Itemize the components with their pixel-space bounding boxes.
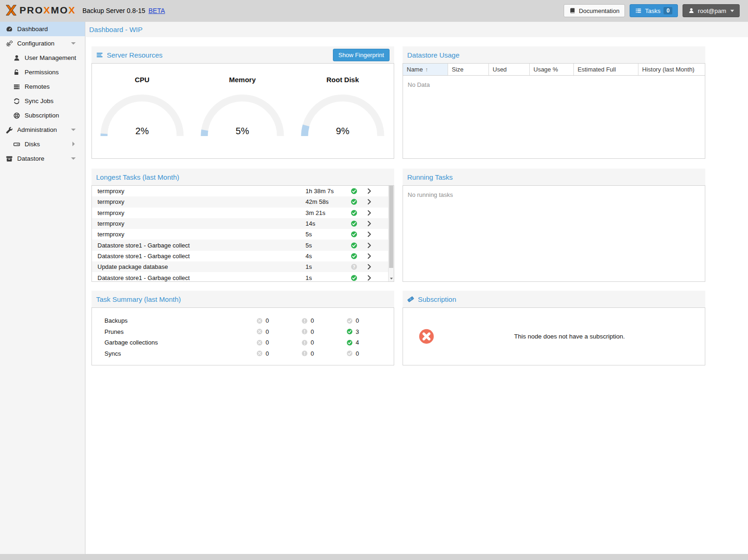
task-row[interactable]: Datastore store1 - Garbage collect4s <box>92 251 388 261</box>
user-menu-button[interactable]: root@pam <box>683 4 740 17</box>
scrollbar[interactable] <box>388 186 394 281</box>
sidebar-item-user-management[interactable]: User Management <box>0 51 85 65</box>
task-row[interactable]: Datastore store1 - Garbage collect5s <box>92 240 388 250</box>
chevron-right-icon[interactable] <box>366 242 373 249</box>
root-disk-gauge: Root Disk 9% <box>293 76 393 137</box>
no-subscription-icon <box>419 329 434 344</box>
ok-count-icon <box>346 318 353 324</box>
ok-count-icon <box>346 328 353 335</box>
user-icon <box>688 7 695 14</box>
summary-row-prunes: Prunes 0 0 3 <box>92 326 394 338</box>
column-header-usage-pct[interactable]: Usage % <box>530 64 574 75</box>
sidebar-item-permissions[interactable]: Permissions <box>0 65 85 79</box>
unlock-icon <box>13 69 20 76</box>
running-tasks-panel: Running Tasks No running tasks <box>403 169 705 282</box>
sidebar-item-disks[interactable]: Disks <box>0 137 85 151</box>
server-bars-icon <box>13 83 20 91</box>
server-resources-body: CPU 2% Memory <box>91 63 394 159</box>
task-row[interactable]: termproxy1h 38m 7s <box>92 186 388 196</box>
panel-title: Datastore Usage <box>407 51 460 59</box>
sidebar-item-dashboard[interactable]: Dashboard <box>0 22 85 36</box>
error-count-icon <box>256 350 263 357</box>
chevron-right-icon[interactable] <box>366 220 373 227</box>
cpu-gauge: CPU 2% <box>92 76 192 137</box>
warning-count-icon <box>301 350 308 357</box>
panel-title: Server Resources <box>107 51 163 59</box>
bottom-strip <box>0 554 748 560</box>
chevron-right-icon[interactable] <box>366 209 373 216</box>
datastore-usage-panel: Datastore Usage Name↑ Size Used Usage % … <box>403 46 705 159</box>
column-header-estimated-full[interactable]: Estimated Full <box>574 64 638 75</box>
status-ok-icon <box>351 198 358 205</box>
no-running-tasks-text: No running tasks <box>403 186 705 204</box>
chevron-right-icon[interactable] <box>366 231 373 238</box>
page-header: Dashboard - WIP <box>86 22 748 37</box>
error-count-icon <box>256 328 263 335</box>
running-tasks-header: Running Tasks <box>403 169 705 185</box>
panel-title: Subscription <box>418 295 456 303</box>
chevron-right-icon[interactable] <box>366 274 373 281</box>
warning-count-icon <box>301 339 308 346</box>
sidebar-item-configuration[interactable]: Configuration <box>0 36 85 51</box>
sidebar-item-datastore[interactable]: Datastore <box>0 151 85 166</box>
show-fingerprint-button[interactable]: Show Fingerprint <box>333 49 390 61</box>
column-header-history[interactable]: History (last Month) <box>638 64 705 75</box>
subscription-header: Subscription <box>403 291 705 307</box>
resource-bars-icon <box>96 52 103 59</box>
task-row[interactable]: Update package database1s <box>92 261 388 272</box>
chevron-right-icon[interactable] <box>366 188 373 195</box>
scrollbar-thumb[interactable] <box>389 186 393 268</box>
chevron-right-icon <box>72 142 75 146</box>
summary-row-garbage-collections: Garbage collections 0 0 4 <box>92 337 394 348</box>
error-count-icon <box>256 339 263 346</box>
chevron-down-icon <box>71 42 76 45</box>
hard-drive-icon <box>13 141 20 148</box>
task-row[interactable]: termproxy5s <box>92 229 388 240</box>
subscription-message: This node does not have a subscription. <box>434 333 705 340</box>
task-row[interactable]: termproxy14s <box>92 218 388 229</box>
task-row[interactable]: Datastore store1 - Garbage collect1s <box>92 272 388 282</box>
task-row[interactable]: termproxy3m 21s <box>92 208 388 218</box>
server-resources-panel: Server Resources Show Fingerprint CPU 2% <box>91 46 394 159</box>
column-header-size[interactable]: Size <box>448 64 489 75</box>
error-count-icon <box>256 318 263 324</box>
datastore-usage-header: Datastore Usage <box>403 46 705 63</box>
wrench-icon <box>6 126 13 134</box>
task-row[interactable]: termproxy42m 58s <box>92 196 388 207</box>
task-summary-panel: Task Summary (last Month) Backups 0 0 0 … <box>91 291 394 365</box>
memory-gauge-value: 5% <box>198 126 286 137</box>
column-header-used[interactable]: Used <box>489 64 530 75</box>
task-list-icon <box>635 7 642 14</box>
top-bar: PROXMOX Backup Server 0.8-15 BETA Docume… <box>0 0 748 22</box>
task-summary-header: Task Summary (last Month) <box>91 291 394 307</box>
ok-count-icon <box>346 350 353 357</box>
datastore-usage-body: Name↑ Size Used Usage % Estimated Full H… <box>403 63 705 159</box>
longest-tasks-list: termproxy1h 38m 7s termproxy42m 58s term… <box>92 186 388 281</box>
sidebar-item-subscription[interactable]: Subscription <box>0 108 85 123</box>
user-icon <box>13 54 20 62</box>
cpu-gauge-value: 2% <box>98 126 186 137</box>
warning-count-icon <box>301 328 308 335</box>
chevron-right-icon[interactable] <box>366 263 373 270</box>
sidebar-item-remotes[interactable]: Remotes <box>0 79 85 94</box>
chevron-down-icon <box>71 157 76 160</box>
chevron-right-icon[interactable] <box>366 253 373 260</box>
chevron-right-icon[interactable] <box>366 198 373 205</box>
summary-row-backups: Backups 0 0 0 <box>92 315 394 326</box>
book-icon <box>569 7 576 14</box>
status-ok-icon <box>351 209 358 216</box>
longest-tasks-header: Longest Tasks (last Month) <box>91 169 394 185</box>
documentation-button[interactable]: Documentation <box>564 4 625 17</box>
column-header-name[interactable]: Name↑ <box>403 64 448 75</box>
sidebar-item-sync-jobs[interactable]: Sync Jobs <box>0 94 85 108</box>
dashboard-icon <box>6 26 13 33</box>
running-tasks-body: No running tasks <box>403 185 705 282</box>
sync-icon <box>13 98 20 105</box>
sidebar-item-administration[interactable]: Administration <box>0 123 85 137</box>
ticket-icon <box>407 296 414 303</box>
ok-count-icon <box>346 339 353 346</box>
status-ok-icon <box>351 253 358 260</box>
beta-link[interactable]: BETA <box>149 7 165 14</box>
scrollbar-down-button[interactable] <box>389 275 394 281</box>
tasks-button[interactable]: Tasks 0 <box>630 4 678 17</box>
